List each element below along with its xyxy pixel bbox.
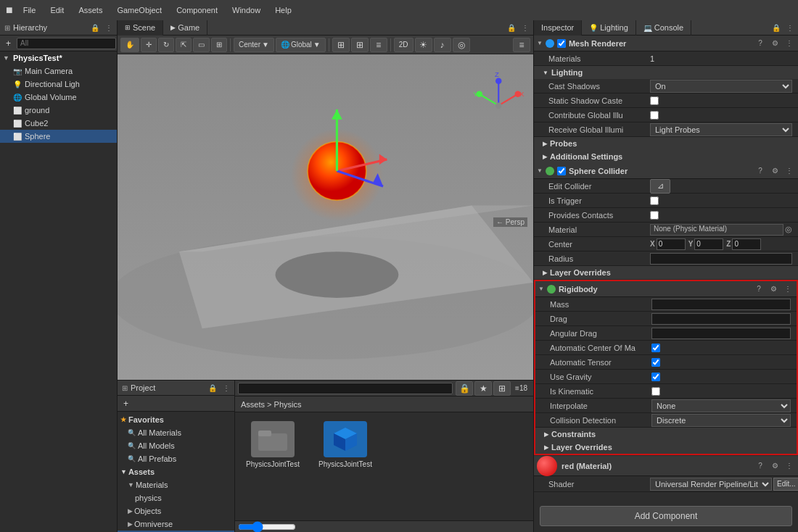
objects-folder[interactable]: ▶ Objects (118, 504, 234, 518)
all-materials-item[interactable]: 🔍 All Materials (118, 426, 234, 439)
hand-tool-btn[interactable]: ✋ (120, 38, 139, 52)
mesh-renderer-toggle[interactable] (557, 39, 566, 48)
hierarchy-add-btn[interactable]: + (3, 38, 14, 49)
drag-input[interactable]: 0 (651, 313, 791, 325)
lighting-toggle[interactable]: ☀ (415, 38, 432, 52)
collision-detection-select[interactable]: Discrete Continuous Continuous Dynamic C… (651, 414, 791, 427)
constraints-section[interactable]: ▶ Constraints (535, 428, 797, 441)
center-y-input[interactable] (694, 238, 723, 250)
sphere-collider-header[interactable]: ▼ Sphere Collider ? ⚙ ⋮ (534, 163, 798, 179)
component-menu[interactable]: Component (172, 4, 222, 16)
grid-btn[interactable]: ⊞ (332, 38, 350, 52)
sphere-collider-settings[interactable]: ⚙ (769, 165, 781, 177)
project-menu-icon[interactable]: ⋮ (223, 384, 230, 392)
gizmo-btn[interactable]: ≡ (370, 38, 387, 52)
mesh-renderer-more[interactable]: ⋮ (783, 38, 795, 49)
hierarchy-item-main-camera[interactable]: 📷 Main Camera (0, 65, 117, 78)
is-kinematic-checkbox[interactable] (651, 387, 660, 396)
hierarchy-menu-icon[interactable]: ⋮ (105, 24, 112, 32)
hierarchy-root[interactable]: ▼ PhysicsTest* (0, 51, 117, 65)
sphere-collider-toggle[interactable] (557, 167, 566, 175)
interpolate-select[interactable]: None Interpolate Extrapolate (651, 399, 791, 412)
edit-collider-btn[interactable]: ⊿ (650, 179, 670, 194)
scale-tool-btn[interactable]: ⇱ (176, 38, 192, 52)
all-models-item[interactable]: 🔍 All Models (118, 439, 234, 452)
edit-menu[interactable]: Edit (46, 4, 68, 16)
assets-filter-btn[interactable]: ⊞ (493, 381, 511, 396)
omniverse-folder[interactable]: ▶ Omniverse (118, 518, 234, 531)
shader-select[interactable]: Universal Render Pipeline/Lit (650, 478, 772, 491)
project-add-btn[interactable]: + (120, 399, 131, 409)
global-local-btn[interactable]: 🌐 Global ▼ (276, 38, 326, 52)
auto-center-checkbox[interactable] (651, 344, 660, 352)
radius-input[interactable]: 0.5 (650, 253, 792, 265)
console-tab[interactable]: 💻 Console (636, 20, 691, 36)
hierarchy-item-directional-light[interactable]: 💡 Directional Ligh (0, 78, 117, 91)
material-settings[interactable]: ⚙ (769, 460, 781, 472)
hierarchy-search[interactable] (17, 38, 116, 49)
game-tab[interactable]: ▶ Game (163, 20, 207, 36)
inspector-lock-icon[interactable]: 🔒 (772, 24, 781, 32)
center-z-input[interactable] (732, 238, 761, 250)
scene-lock-icon[interactable]: 🔒 (507, 24, 516, 32)
use-gravity-checkbox[interactable] (651, 373, 660, 381)
asset-item-folder[interactable]: PhysicsJointTest (244, 421, 302, 468)
angular-drag-input[interactable]: 0.05 (651, 328, 791, 339)
window-menu[interactable]: Window (228, 4, 265, 16)
rigidbody-help[interactable]: ? (753, 283, 765, 295)
provides-contacts-checkbox[interactable] (650, 211, 659, 220)
all-prefabs-item[interactable]: 🔍 All Prefabs (118, 452, 234, 465)
rotate-tool-btn[interactable]: ↻ (158, 38, 174, 52)
rigidbody-layer-overrides[interactable]: ▶ Layer Overrides (535, 441, 797, 454)
inspector-menu-icon[interactable]: ⋮ (786, 24, 794, 32)
collider-layer-overrides[interactable]: ▶ Layer Overrides (534, 266, 798, 279)
assets-menu[interactable]: Assets (74, 4, 107, 16)
favorites-root[interactable]: ★ Favorites (118, 413, 234, 426)
scene-tab[interactable]: ⊞ Scene (118, 20, 163, 36)
material-help[interactable]: ? (754, 460, 766, 472)
mass-input[interactable]: 1 (651, 299, 791, 310)
sphere-collider-more[interactable]: ⋮ (783, 165, 795, 177)
effects-toggle[interactable]: ◎ (453, 38, 470, 52)
scene-viewport[interactable]: X Y Z ← Persp (118, 54, 533, 380)
auto-tensor-checkbox[interactable] (651, 358, 660, 367)
static-shadow-checkbox[interactable] (650, 96, 659, 105)
cast-shadows-select[interactable]: On Off Two Sided (650, 80, 792, 93)
inspector-tab[interactable]: Inspector (534, 20, 582, 36)
center-x-input[interactable] (657, 238, 686, 250)
add-component-button[interactable]: Add Component (540, 506, 792, 526)
lighting-tab[interactable]: 💡 Lighting (582, 20, 636, 36)
hierarchy-item-sphere[interactable]: ⬜ Sphere (0, 130, 117, 143)
assets-zoom-slider[interactable] (238, 523, 296, 531)
materials-folder[interactable]: ▼ Materials (118, 478, 234, 491)
mesh-renderer-header[interactable]: ▼ Mesh Renderer ? ⚙ ⋮ (534, 36, 798, 51)
sphere-collider-help[interactable]: ? (754, 165, 766, 177)
shader-edit-btn[interactable]: Edit... (773, 478, 798, 491)
snap-btn[interactable]: ⊞ (351, 38, 369, 52)
probes-section[interactable]: ▶ Probes (534, 137, 798, 150)
scene-menu-icon[interactable]: ⋮ (522, 24, 529, 32)
rect-tool-btn[interactable]: ▭ (193, 38, 210, 52)
assets-root[interactable]: ▼ Assets (118, 465, 234, 478)
assets-search[interactable] (238, 383, 453, 394)
rigidbody-header[interactable]: ▼ Rigidbody ? ⚙ ⋮ (535, 281, 797, 297)
additional-settings-section[interactable]: ▶ Additional Settings (534, 150, 798, 163)
assets-star-btn[interactable]: ★ (474, 381, 492, 396)
move-tool-btn[interactable]: ✛ (141, 38, 157, 52)
mesh-renderer-help[interactable]: ? (754, 38, 766, 49)
layers-btn[interactable]: ≡ (513, 38, 530, 52)
center-pivot-btn[interactable]: Center ▼ (234, 38, 274, 52)
hierarchy-item-cube2[interactable]: ⬜ Cube2 (0, 117, 117, 130)
hierarchy-item-global-volume[interactable]: 🌐 Global Volume (0, 91, 117, 104)
mesh-renderer-settings[interactable]: ⚙ (769, 38, 781, 49)
is-trigger-checkbox[interactable] (650, 196, 659, 205)
material-target-icon[interactable]: ◎ (785, 225, 792, 234)
rigidbody-more[interactable]: ⋮ (782, 283, 794, 295)
lighting-section[interactable]: ▼ Lighting (534, 66, 798, 79)
rigidbody-settings[interactable]: ⚙ (768, 283, 779, 295)
file-menu[interactable]: File (19, 4, 41, 16)
hierarchy-item-ground[interactable]: ⬜ ground (0, 104, 117, 117)
receive-select[interactable]: Light Probes (650, 123, 792, 136)
audio-toggle[interactable]: ♪ (434, 38, 451, 52)
assets-lock-btn[interactable]: 🔒 (456, 381, 473, 396)
